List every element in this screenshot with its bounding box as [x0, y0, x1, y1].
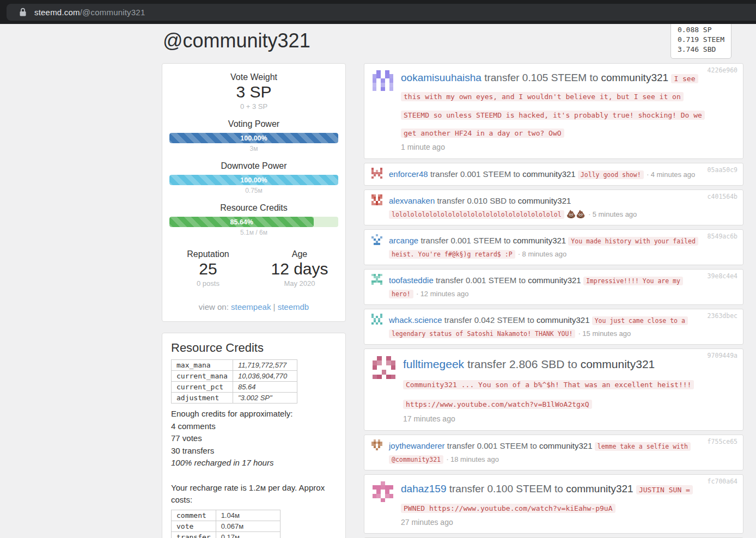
stats-panel: Vote Weight 3 SP 0 + 3 SP Voting Power10…	[162, 63, 346, 322]
tx-hash: f755ce65	[708, 438, 737, 445]
resource-credits-panel: Resource Credits max_mana11,719,772,577c…	[162, 333, 346, 538]
separator-dot: ·	[518, 249, 521, 258]
avatar[interactable]	[371, 313, 383, 325]
page-title: @community321	[163, 29, 743, 52]
balance-sbd: 3.746 SBD	[678, 45, 724, 54]
cost-table: comment1.04ᴍvote0.067ᴍtransfer0.17ᴍ	[171, 510, 281, 538]
age-sub: May 2020	[254, 279, 345, 288]
avatar[interactable]	[371, 234, 383, 246]
stat-bar-resource-credits: Resource Credits85.64%5.1ᴍ / 6ᴍ	[162, 203, 345, 236]
progress-bar: 100.00%	[169, 175, 338, 185]
sender-link[interactable]: dahaz159	[401, 483, 446, 494]
receiver-name: community321	[522, 169, 576, 179]
transaction-card: 8549ac6b arcange transfer 0.001 STEEM to…	[364, 229, 743, 265]
balance-sp: 0.088 SP	[678, 25, 724, 35]
sender-link[interactable]: fulltimegeek	[403, 358, 464, 370]
tx-hash: c401564b	[708, 193, 737, 200]
view-on-separator: |	[273, 302, 276, 311]
receiver-name: community321	[528, 276, 581, 285]
tx-time: 18 minutes ago	[450, 455, 499, 463]
rc-recharged-line: 100% recharged in 17 hours	[171, 457, 337, 469]
mana-table: max_mana11,719,772,577current_mana10,036…	[171, 359, 297, 404]
transaction-list: 4226e960 ookamisuuhaisha transfer 0.105 …	[364, 63, 743, 538]
sender-link[interactable]: whack.science	[389, 315, 442, 325]
view-on-label: view on:	[199, 302, 229, 311]
separator-dot: ·	[446, 454, 449, 463]
tx-body: arcange transfer 0.001 STEEM to communit…	[389, 234, 736, 260]
avatar[interactable]	[371, 167, 383, 179]
browser-chrome: steemd.com/@community321	[0, 0, 756, 24]
memo-text: Jolly good show!	[578, 170, 644, 179]
tx-time: 12 minutes ago	[420, 290, 469, 298]
browser-url-bar[interactable]: steemd.com/@community321	[7, 4, 756, 21]
tx-time: 8 minutes ago	[522, 250, 567, 258]
reputation-value: 25	[162, 260, 254, 278]
receiver-name: community321	[601, 72, 669, 83]
rc-approx-votes: 77 votes	[171, 432, 337, 445]
sender-link[interactable]: enforcer48	[389, 169, 428, 179]
transaction-card: fc700a64 dahaz159 transfer 0.100 STEEM t…	[364, 474, 743, 534]
avatar[interactable]	[371, 69, 395, 93]
tx-time: 27 minutes ago	[401, 517, 704, 528]
tx-hash: 05aa50c9	[708, 166, 737, 174]
avatar[interactable]	[371, 480, 395, 504]
tx-time: 4 minutes ago	[651, 170, 696, 179]
tx-hash: 9709449a	[708, 352, 737, 359]
receiver-name: community321	[536, 315, 590, 325]
transaction-card: 39e8c4e4 toofasteddie transfer 0.001 STE…	[364, 269, 743, 305]
tx-hash: 8549ac6b	[708, 233, 737, 240]
rc-approx-transfers: 30 transfers	[171, 445, 337, 457]
rc-enough-line: Enough credits for approximately:	[171, 408, 337, 420]
sender-link[interactable]: alexvanaken	[389, 196, 435, 205]
tx-hash: 4226e960	[708, 66, 737, 74]
vote-weight-label: Vote Weight	[162, 72, 345, 82]
avatar[interactable]	[371, 194, 383, 206]
stat-bar-voting-power: Voting Power100.00%3ᴍ	[162, 119, 345, 152]
transaction-card: f755ce65 joythewanderer transfer 0.001 S…	[364, 435, 743, 470]
url-text: steemd.com/@community321	[34, 8, 145, 17]
avatar[interactable]	[371, 354, 397, 381]
rc-recharge-rate-line: Your recharge rate is 1.2ᴍ per day. Appr…	[171, 482, 337, 506]
sender-link[interactable]: arcange	[389, 236, 418, 245]
lock-icon	[19, 8, 27, 17]
reputation-block: Reputation 25 0 posts	[162, 249, 254, 288]
tx-time: 5 minutes ago	[593, 210, 637, 218]
tx-time: 17 minutes ago	[403, 414, 704, 425]
tx-body: toofasteddie transfer 0.001 STEEM to com…	[389, 273, 736, 300]
memo-text: Community321 ... You son of a b%^$h! Tha…	[403, 380, 694, 409]
sender-link[interactable]: joythewanderer	[389, 441, 445, 450]
sender-link[interactable]: toofasteddie	[389, 276, 434, 285]
reputation-label: Reputation	[162, 249, 254, 259]
steempeak-link[interactable]: steempeak	[231, 302, 271, 311]
tx-time: 15 minutes ago	[582, 329, 631, 338]
steemdb-link[interactable]: steemdb	[278, 302, 309, 311]
receiver-name: community321	[539, 441, 593, 450]
progress-bar: 85.64%	[169, 217, 338, 227]
transaction-card: 2363dbec whack.science transfer 0.042 ST…	[364, 309, 743, 345]
url-path: /@community321	[80, 8, 145, 17]
tx-hash: 39e8c4e4	[708, 272, 737, 280]
tx-body: ookamisuuhaisha transfer 0.105 STEEM to …	[401, 69, 736, 153]
rc-title: Resource Credits	[171, 341, 337, 355]
stat-bar-downvote-power: Downvote Power100.00%0.75ᴍ	[162, 161, 345, 194]
transaction-card: 9709449a fulltimegeek transfer 2.806 SBD…	[364, 349, 743, 431]
balance-steem: 0.719 STEEM	[678, 35, 724, 45]
memo-text: lolololololololololololololololololololo…	[389, 210, 564, 219]
rc-approx-comments: 4 comments	[171, 420, 337, 433]
receiver-name: community321	[518, 196, 571, 205]
age-block: Age 12 days May 2020	[254, 249, 345, 288]
transaction-card: 05aa50c9 enforcer48 transfer 0.001 STEEM…	[364, 163, 743, 186]
balance-box: 0.088 SP0.719 STEEM3.746 SBD	[670, 22, 731, 59]
separator-dot: ·	[588, 209, 591, 218]
avatar[interactable]	[371, 273, 383, 285]
separator-dot: ·	[647, 169, 649, 179]
progress-bar: 100.00%	[169, 133, 338, 143]
age-label: Age	[254, 249, 345, 259]
vote-weight-value: 3 SP	[162, 83, 345, 101]
receiver-name: community321	[566, 483, 633, 494]
tx-body: enforcer48 transfer 0.001 STEEM to commu…	[389, 167, 728, 181]
avatar[interactable]	[371, 439, 383, 451]
sender-link[interactable]: ookamisuuhaisha	[401, 72, 481, 83]
receiver-name: community321	[581, 358, 655, 370]
memo-emoji: 💩💩	[566, 210, 586, 218]
